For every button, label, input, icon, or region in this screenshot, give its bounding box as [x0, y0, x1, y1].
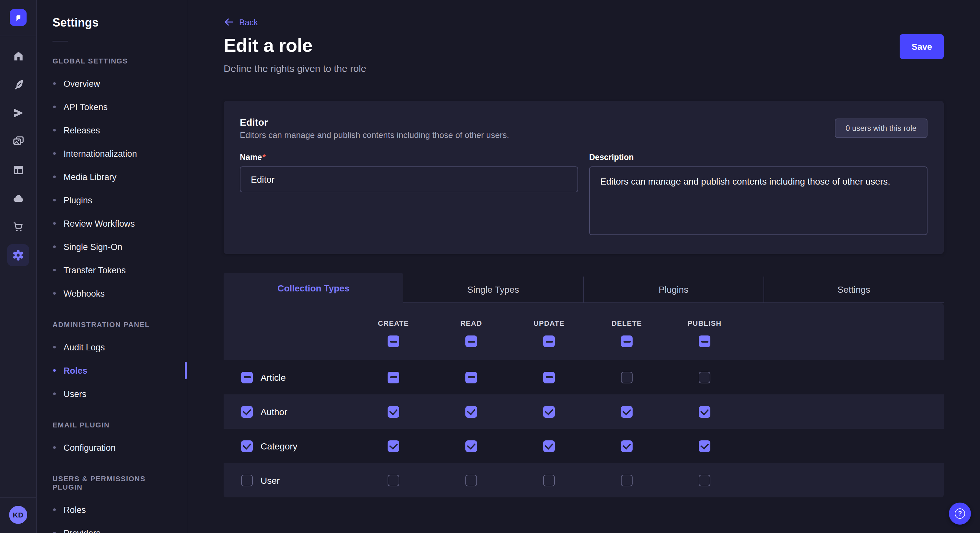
category-delete-checkbox[interactable]: [621, 440, 633, 452]
sidebar-item-label: Webhooks: [64, 289, 105, 298]
required-asterisk: *: [262, 153, 266, 162]
user-update-checkbox[interactable]: [543, 474, 555, 486]
permissions-table: CREATE READ UPDATE DELETE PUBLISH: [224, 303, 944, 497]
article-read-checkbox[interactable]: [465, 371, 477, 383]
sidebar-item-webhooks[interactable]: Webhooks: [37, 282, 187, 305]
author-create-checkbox[interactable]: [388, 406, 399, 417]
column-label-publish: PUBLISH: [688, 319, 722, 328]
category-publish-checkbox[interactable]: [699, 440, 710, 452]
select-all-delete-checkbox[interactable]: [621, 335, 633, 347]
select-all-read-checkbox[interactable]: [465, 335, 477, 347]
home-icon[interactable]: [7, 45, 29, 67]
author-update-checkbox[interactable]: [543, 406, 555, 417]
layout-panel-icon[interactable]: [7, 159, 29, 181]
sidebar-item-single-sign-on[interactable]: Single Sign-On: [37, 235, 187, 259]
content-feather-icon[interactable]: [7, 73, 29, 95]
row-label: Category: [261, 441, 298, 451]
role-description-textarea[interactable]: Editors can manage and publish contents …: [589, 167, 928, 235]
sidebar-item-review-workflows[interactable]: Review Workflows: [37, 212, 187, 235]
sidebar-item-label: Roles: [64, 505, 86, 514]
article-publish-checkbox[interactable]: [699, 371, 710, 383]
sidebar-item-audit-logs[interactable]: Audit Logs: [37, 335, 187, 359]
author-publish-checkbox[interactable]: [699, 406, 710, 417]
role-heading-block: Editor Editors can manage and publish co…: [240, 117, 509, 141]
author-delete-checkbox[interactable]: [621, 406, 633, 417]
bullet-icon: [53, 269, 56, 271]
row-label: Author: [261, 406, 288, 417]
role-name-heading: Editor: [240, 117, 509, 128]
select-all-create-checkbox[interactable]: [388, 335, 399, 347]
article-delete-checkbox[interactable]: [621, 371, 633, 383]
page-subtitle: Define the rights given to the role: [224, 63, 944, 74]
sidebar-item-roles-admin[interactable]: Roles: [37, 359, 187, 382]
column-delete: DELETE: [588, 303, 666, 360]
sidebar-title: Settings: [52, 17, 171, 29]
user-create-checkbox[interactable]: [388, 474, 399, 486]
sidebar-item-api-tokens[interactable]: API Tokens: [37, 95, 187, 119]
category-read-checkbox[interactable]: [465, 440, 477, 452]
back-link[interactable]: Back: [224, 17, 258, 27]
sidebar-item-configuration[interactable]: Configuration: [37, 436, 187, 459]
sidebar-item-label: Providers: [64, 528, 100, 533]
category-create-checkbox[interactable]: [388, 440, 399, 452]
article-update-checkbox[interactable]: [543, 371, 555, 383]
user-avatar[interactable]: KD: [9, 506, 27, 524]
sidebar-item-label: Releases: [64, 125, 100, 135]
sidebar-item-releases[interactable]: Releases: [37, 119, 187, 142]
help-question-icon: ?: [955, 508, 965, 519]
tab-collection-types[interactable]: Collection Types: [224, 273, 404, 303]
tab-settings[interactable]: Settings: [764, 276, 944, 303]
row-label: User: [261, 475, 280, 485]
table-row-user: User: [224, 463, 944, 497]
select-all-publish-checkbox[interactable]: [699, 335, 710, 347]
help-button[interactable]: ?: [949, 503, 971, 525]
bullet-icon: [53, 106, 56, 108]
author-row-checkbox[interactable]: [241, 406, 253, 417]
permissions-table-header: CREATE READ UPDATE DELETE PUBLISH: [224, 303, 944, 360]
table-row-article: Article: [224, 360, 944, 394]
role-name-input[interactable]: [240, 167, 578, 192]
bullet-icon: [53, 292, 56, 295]
section-header-users-permissions-plugin: USERS & PERMISSIONS PLUGIN: [52, 475, 171, 492]
sidebar-item-providers[interactable]: Providers: [37, 521, 187, 533]
sidebar-item-label: API Tokens: [64, 102, 108, 112]
article-create-checkbox[interactable]: [388, 371, 399, 383]
sidebar-item-transfer-tokens[interactable]: Transfer Tokens: [37, 259, 187, 282]
sidebar-item-internationalization[interactable]: Internationalization: [37, 142, 187, 165]
sidebar-item-plugins[interactable]: Plugins: [37, 189, 187, 212]
user-row-checkbox[interactable]: [241, 474, 253, 486]
save-button[interactable]: Save: [900, 34, 944, 59]
settings-gear-icon[interactable]: [7, 244, 29, 266]
user-delete-checkbox[interactable]: [621, 474, 633, 486]
send-icon[interactable]: [7, 102, 29, 124]
sidebar-item-media-library[interactable]: Media Library: [37, 165, 187, 189]
rail-nav: [7, 45, 29, 266]
column-read: READ: [432, 303, 510, 360]
sidebar-item-users[interactable]: Users: [37, 382, 187, 405]
strapi-logo[interactable]: [10, 9, 27, 26]
settings-sidebar: Settings GLOBAL SETTINGS Overview API To…: [37, 0, 187, 533]
tab-single-types[interactable]: Single Types: [404, 276, 583, 303]
bullet-icon: [53, 508, 56, 511]
media-library-icon[interactable]: [7, 130, 29, 152]
bullet-icon: [53, 176, 56, 178]
category-row-checkbox[interactable]: [241, 440, 253, 452]
user-read-checkbox[interactable]: [465, 474, 477, 486]
users-with-role-badge[interactable]: 0 users with this role: [835, 119, 928, 138]
column-create: CREATE: [355, 303, 432, 360]
sidebar-item-label: Single Sign-On: [64, 242, 123, 252]
author-read-checkbox[interactable]: [465, 406, 477, 417]
tab-plugins[interactable]: Plugins: [583, 276, 764, 303]
user-publish-checkbox[interactable]: [699, 474, 710, 486]
sidebar-item-overview[interactable]: Overview: [37, 72, 187, 95]
column-label-create: CREATE: [378, 319, 409, 328]
sidebar-item-label: Roles: [64, 366, 88, 375]
category-update-checkbox[interactable]: [543, 440, 555, 452]
article-row-checkbox[interactable]: [241, 371, 253, 383]
sidebar-item-roles-up[interactable]: Roles: [37, 498, 187, 521]
cloud-icon[interactable]: [7, 187, 29, 209]
main-nav-rail: KD: [0, 0, 37, 533]
bullet-icon: [53, 346, 56, 348]
marketplace-cart-icon[interactable]: [7, 216, 29, 238]
select-all-update-checkbox[interactable]: [543, 335, 555, 347]
